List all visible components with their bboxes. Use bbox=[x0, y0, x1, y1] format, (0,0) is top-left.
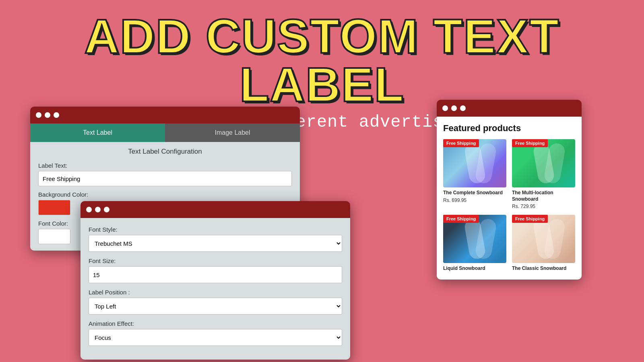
label-position-label: Label Position : bbox=[89, 289, 342, 296]
product-badge-3: Free Shipping bbox=[443, 215, 479, 223]
second-panel-body: Font Style: Trebuchet MS Arial Georgia T… bbox=[80, 218, 350, 360]
products-dot-3 bbox=[460, 105, 466, 111]
label-position-group: Label Position : Top Left Top Right Bott… bbox=[89, 289, 342, 315]
product-card-2[interactable]: Free Shipping The Multi-location Snowboa… bbox=[512, 139, 575, 209]
font-style-select[interactable]: Trebuchet MS Arial Georgia Times New Rom… bbox=[89, 235, 342, 252]
product-price-1: Rs. 699.95 bbox=[443, 197, 506, 203]
tab-row: Text Label Image Label bbox=[30, 123, 300, 142]
product-name-3: Liquid Snowboard bbox=[443, 265, 506, 272]
font-size-input[interactable] bbox=[89, 266, 342, 283]
animation-effect-label: Animation Effect: bbox=[89, 320, 342, 327]
product-badge-1: Free Shipping bbox=[443, 139, 479, 147]
tab-image-label[interactable]: Image Label bbox=[165, 123, 300, 142]
products-dot-2 bbox=[451, 105, 457, 111]
second-titlebar-dot-1 bbox=[86, 207, 92, 212]
products-panel: Featured products Free Shipping The Comp… bbox=[437, 100, 582, 280]
label-position-select[interactable]: Top Left Top Right Bottom Left Bottom Ri… bbox=[89, 298, 342, 315]
label-text-group: Label Text: bbox=[30, 160, 300, 189]
products-panel-titlebar bbox=[437, 100, 582, 117]
titlebar-dot-3 bbox=[54, 112, 59, 118]
product-card-4[interactable]: Free Shipping The Classic Snowboard bbox=[512, 215, 575, 273]
font-size-label: Font Size: bbox=[89, 257, 342, 264]
label-text-label: Label Text: bbox=[38, 162, 292, 169]
config-title: Text Label Configuration bbox=[30, 142, 300, 160]
bg-color-swatch[interactable] bbox=[38, 200, 70, 215]
font-size-group: Font Size: bbox=[89, 257, 342, 283]
products-body: Featured products Free Shipping The Comp… bbox=[437, 117, 582, 280]
font-style-label: Font Style: bbox=[89, 226, 342, 233]
animation-effect-group: Animation Effect: Focus Bounce Shake Pul… bbox=[89, 320, 342, 346]
product-badge-4: Free Shipping bbox=[512, 215, 548, 223]
tab-text-label[interactable]: Text Label bbox=[30, 123, 165, 142]
titlebar-dot-1 bbox=[36, 112, 41, 118]
product-name-4: The Classic Snowboard bbox=[512, 265, 575, 272]
product-card-1[interactable]: Free Shipping The Complete Snowboard Rs.… bbox=[443, 139, 506, 209]
product-name-1: The Complete Snowboard bbox=[443, 190, 506, 196]
second-panel-titlebar bbox=[80, 201, 350, 218]
products-dot-1 bbox=[442, 105, 448, 111]
font-color-swatch[interactable] bbox=[38, 229, 70, 244]
products-title: Featured products bbox=[443, 123, 575, 134]
label-text-input[interactable] bbox=[38, 171, 292, 186]
font-config-panel: Font Style: Trebuchet MS Arial Georgia T… bbox=[80, 201, 350, 360]
product-badge-2: Free Shipping bbox=[512, 139, 548, 147]
page-background: ADD CUSTOM TEXT LABEL to promote differe… bbox=[0, 0, 644, 362]
font-style-group: Font Style: Trebuchet MS Arial Georgia T… bbox=[89, 226, 342, 252]
panel-titlebar bbox=[30, 107, 300, 123]
product-name-2: The Multi-location Snowboard bbox=[512, 190, 575, 202]
main-title: ADD CUSTOM TEXT LABEL bbox=[0, 12, 644, 109]
bg-color-label: Background Color: bbox=[38, 191, 292, 198]
animation-effect-select[interactable]: Focus Bounce Shake Pulse bbox=[89, 329, 342, 346]
product-card-3[interactable]: Free Shipping Liquid Snowboard bbox=[443, 215, 506, 273]
second-titlebar-dot-3 bbox=[104, 207, 109, 212]
titlebar-dot-2 bbox=[45, 112, 50, 118]
products-grid: Free Shipping The Complete Snowboard Rs.… bbox=[443, 139, 575, 273]
second-titlebar-dot-2 bbox=[95, 207, 101, 212]
product-price-2: Rs. 729.95 bbox=[512, 204, 575, 209]
